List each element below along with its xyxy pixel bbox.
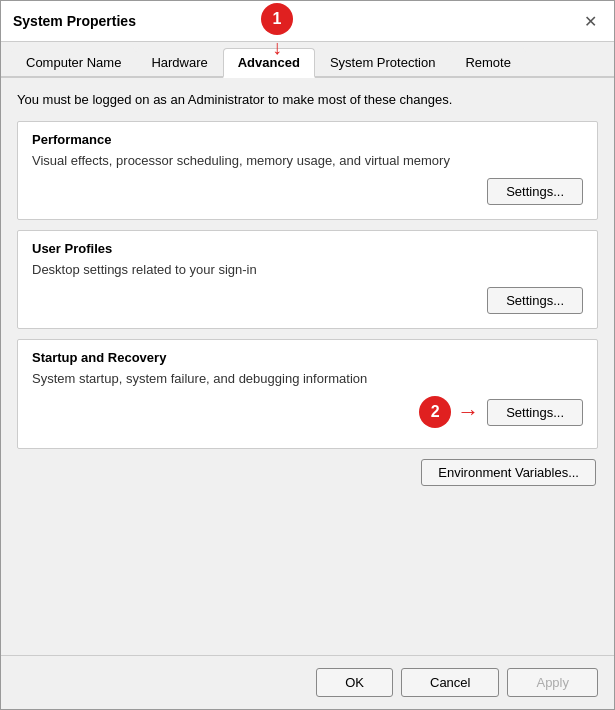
tab-system-protection[interactable]: System Protection xyxy=(315,48,451,76)
footer: OK Cancel Apply xyxy=(1,655,614,709)
apply-button[interactable]: Apply xyxy=(507,668,598,697)
admin-info-text: You must be logged on as an Administrato… xyxy=(17,92,598,107)
user-profiles-settings-button[interactable]: Settings... xyxy=(487,287,583,314)
startup-recovery-desc: System startup, system failure, and debu… xyxy=(32,371,583,386)
arrow-down-1: ↓ xyxy=(272,37,282,57)
user-profiles-section: User Profiles Desktop settings related t… xyxy=(17,230,598,329)
startup-recovery-section: Startup and Recovery System startup, sys… xyxy=(17,339,598,449)
performance-settings-button[interactable]: Settings... xyxy=(487,178,583,205)
badge-2: 2 xyxy=(419,396,451,428)
title-bar: System Properties 1 ↓ ✕ xyxy=(1,1,614,42)
env-variables-row: Environment Variables... xyxy=(17,459,598,486)
close-button[interactable]: ✕ xyxy=(578,9,602,33)
system-properties-window: System Properties 1 ↓ ✕ Computer Name Ha… xyxy=(0,0,615,710)
tab-remote[interactable]: Remote xyxy=(450,48,526,76)
user-profiles-desc: Desktop settings related to your sign-in xyxy=(32,262,583,277)
user-profiles-title: User Profiles xyxy=(32,241,583,256)
window-title: System Properties xyxy=(13,13,136,29)
startup-recovery-title: Startup and Recovery xyxy=(32,350,583,365)
startup-recovery-settings-button[interactable]: Settings... xyxy=(487,399,583,426)
tab-content: You must be logged on as an Administrato… xyxy=(1,78,614,655)
performance-section: Performance Visual effects, processor sc… xyxy=(17,121,598,220)
badge-1: 1 xyxy=(261,3,293,35)
tab-computer-name[interactable]: Computer Name xyxy=(11,48,136,76)
environment-variables-button[interactable]: Environment Variables... xyxy=(421,459,596,486)
tab-hardware[interactable]: Hardware xyxy=(136,48,222,76)
ok-button[interactable]: OK xyxy=(316,668,393,697)
performance-desc: Visual effects, processor scheduling, me… xyxy=(32,153,583,168)
cancel-button[interactable]: Cancel xyxy=(401,668,499,697)
performance-title: Performance xyxy=(32,132,583,147)
arrow-right-2: → xyxy=(457,401,479,423)
tab-bar: Computer Name Hardware Advanced System P… xyxy=(1,42,614,78)
